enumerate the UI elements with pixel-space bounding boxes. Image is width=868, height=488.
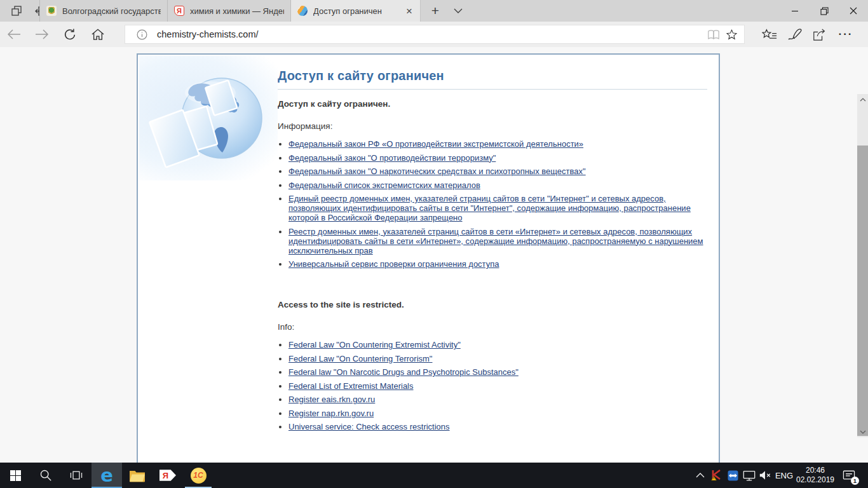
law-link[interactable]: Register eais.rkn.gov.ru: [288, 395, 375, 404]
law-link-item: Universal service: Check access restrict…: [288, 422, 707, 431]
tab-access-restricted-active[interactable]: Доступ ограничен ×: [291, 0, 421, 22]
blocked-site-page: Доступ к сайту ограничен Доступ к сайту …: [137, 53, 720, 463]
law-link-item: Federal Law "On Countering Terrorism": [288, 354, 707, 363]
restore-button[interactable]: [810, 0, 839, 22]
browser-viewport: Доступ к сайту ограничен Доступ к сайту …: [0, 47, 868, 463]
start-button[interactable]: [0, 463, 31, 488]
en-law-links-list: Federal Law "On Countering Extremist Act…: [278, 340, 707, 431]
tab-title: химия и химики — Яндекс: [190, 6, 284, 16]
law-link-item: Federal List of Extremist Materials: [288, 381, 707, 391]
back-button[interactable]: [0, 22, 28, 47]
teamviewer-tray-icon[interactable]: [726, 463, 740, 488]
law-link-item: Единый реестр доменных имен, указателей …: [288, 194, 707, 222]
file-explorer-icon[interactable]: [122, 463, 153, 488]
scroll-down-icon[interactable]: [857, 426, 868, 437]
clock-time: 20:46: [806, 466, 825, 475]
kaspersky-tray-icon[interactable]: [709, 463, 723, 488]
law-link-item: Register nap.rkn.gov.ru: [288, 409, 707, 418]
vertical-scrollbar[interactable]: [857, 94, 868, 437]
page-content: Доступ к сайту ограничен Доступ к сайту …: [278, 55, 707, 431]
volume-muted-icon[interactable]: [757, 463, 773, 488]
taskbar: e Я 1С: [0, 463, 868, 488]
tab-preview-chevron-icon[interactable]: [449, 0, 468, 22]
university-favicon-icon: [46, 6, 57, 16]
scrollbar-thumb[interactable]: [857, 146, 868, 436]
law-link[interactable]: Universal service: Check access restrict…: [288, 422, 450, 431]
tab-volgograd-university[interactable]: Волгоградский государстве: [39, 0, 168, 22]
add-favorite-star-icon[interactable]: [722, 25, 740, 43]
language-indicator[interactable]: ENG: [773, 463, 796, 488]
action-center-icon[interactable]: 1: [837, 463, 860, 488]
taskbar-search-icon[interactable]: [31, 463, 61, 488]
yandex-browser-icon[interactable]: Я: [153, 463, 183, 488]
edge-icon: e: [100, 466, 113, 485]
law-link[interactable]: Единый реестр доменных имен, указателей …: [288, 194, 691, 222]
tab-title: Волгоградский государстве: [62, 6, 161, 16]
en-info-label: Info:: [278, 322, 707, 332]
law-link-item: Федеральный закон "О наркотических средс…: [288, 166, 707, 176]
page-title: Доступ к сайту ограничен: [278, 69, 707, 83]
clock-date: 02.02.2019: [796, 475, 834, 485]
law-link[interactable]: Federal Law "On Countering Terrorism": [288, 354, 432, 363]
law-link[interactable]: Федеральный закон "О противодействии тер…: [288, 153, 496, 163]
forward-button[interactable]: [28, 22, 56, 47]
law-link-item: Federal Law "On Countering Extremist Act…: [288, 340, 707, 349]
window-controls: [780, 0, 868, 22]
close-button[interactable]: [839, 0, 868, 22]
minimize-button[interactable]: [780, 0, 810, 22]
law-link-item: Федеральный закон "О противодействии тер…: [288, 153, 707, 163]
law-link-item: Register eais.rkn.gov.ru: [288, 395, 707, 404]
address-toolbar: chemistry-chemists.com/: [0, 22, 868, 47]
favorites-hub-icon[interactable]: [757, 22, 782, 47]
tabs-set-aside-list-icon[interactable]: [9, 3, 24, 18]
ru-law-links-list: Федеральный закон РФ «О противодействии …: [278, 139, 707, 269]
taskbar-edge-button[interactable]: e: [92, 463, 122, 488]
globe-documents-illustration: [139, 56, 278, 180]
law-link-item: Универсальный сервис проверки ограничени…: [288, 259, 707, 269]
en-intro-text: Access to the site is restricted.: [278, 300, 707, 309]
law-link-item: Федеральный список экстремистских матери…: [288, 180, 707, 190]
network-tray-icon[interactable]: [741, 463, 757, 488]
show-hidden-icons-chevron[interactable]: [695, 463, 706, 488]
law-link-item: Federal law "On Narcotic Drugs and Psych…: [288, 367, 707, 377]
ru-intro-text: Доступ к сайту ограничен.: [278, 99, 707, 109]
url-text[interactable]: chemistry-chemists.com/: [157, 29, 705, 39]
browser-window: Волгоградский государстве Я химия и хими…: [0, 0, 868, 488]
share-icon[interactable]: [806, 22, 832, 47]
title-divider: [278, 89, 707, 90]
windows-logo-icon: [10, 470, 21, 481]
globe-favicon-icon: [297, 6, 308, 16]
scroll-up-icon[interactable]: [857, 94, 868, 105]
refresh-button[interactable]: [56, 22, 84, 47]
reading-view-icon[interactable]: [705, 25, 722, 43]
law-link[interactable]: Федеральный закон РФ «О противодействии …: [288, 139, 583, 149]
ru-info-label: Информация:: [278, 121, 707, 131]
close-tab-icon[interactable]: ×: [405, 6, 414, 17]
law-link[interactable]: Реестр доменных имен, указателей страниц…: [288, 227, 703, 255]
tab-bar: Волгоградский государстве Я химия и хими…: [0, 0, 868, 22]
task-view-icon[interactable]: [61, 463, 92, 488]
law-link[interactable]: Federal Law "On Countering Extremist Act…: [288, 340, 461, 349]
taskbar-clock[interactable]: 20:46 02.02.2019: [796, 463, 835, 488]
tab-yandex-search[interactable]: Я химия и химики — Яндекс: [168, 0, 291, 22]
law-link[interactable]: Универсальный сервис проверки ограничени…: [288, 259, 499, 269]
tab-title: Доступ ограничен: [313, 6, 397, 16]
home-button[interactable]: [84, 22, 112, 47]
law-link[interactable]: Register nap.rkn.gov.ru: [288, 409, 374, 418]
law-link-item: Федеральный закон РФ «О противодействии …: [288, 139, 707, 149]
new-tab-button[interactable]: +: [424, 0, 446, 22]
web-note-pen-icon[interactable]: [782, 22, 808, 47]
yandex-favicon-icon: Я: [174, 6, 184, 16]
notification-badge: 1: [851, 477, 859, 485]
law-link[interactable]: Федеральный закон "О наркотических средс…: [288, 166, 586, 176]
site-info-icon[interactable]: [133, 25, 151, 43]
law-link[interactable]: Federal law "On Narcotic Drugs and Psych…: [288, 367, 519, 377]
address-bar[interactable]: chemistry-chemists.com/: [125, 25, 745, 44]
law-link[interactable]: Federal List of Extremist Materials: [288, 381, 414, 391]
settings-more-icon[interactable]: ···: [833, 22, 858, 47]
law-link[interactable]: Федеральный список экстремистских матери…: [288, 180, 480, 190]
onec-enterprise-icon[interactable]: 1С: [183, 463, 214, 488]
law-link-item: Реестр доменных имен, указателей страниц…: [288, 227, 707, 255]
